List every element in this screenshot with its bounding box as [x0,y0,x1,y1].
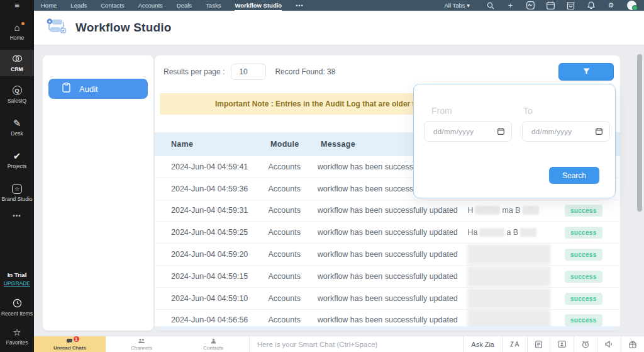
done-by-redacted [467,266,565,287]
tab-workflow-studio[interactable]: Workflow Studio [235,1,282,11]
search-button[interactable]: Search [549,167,599,184]
quick-create-plus-icon[interactable]: + [506,1,514,9]
table-row[interactable]: 2024-Jun-04 04:59:25 Accounts workflow h… [155,222,620,244]
settings-gear-icon[interactable]: ⚙ [607,1,615,9]
top-navigation-bar: Home Leads Contacts Accounts Deals Tasks… [34,0,644,11]
chat-bubble-icon: 1 [67,338,74,345]
table-row[interactable]: 2024-Jun-04 04:59:15 Accounts workflow h… [155,266,620,288]
ask-zia-button[interactable]: Ask Zia [463,336,502,352]
calendar-picker-icon[interactable] [497,126,504,137]
done-by-redacted [467,244,565,264]
workflow-studio-icon [45,17,67,38]
tab-home[interactable]: Home [41,1,57,10]
status-badge: success [565,314,602,326]
date-filter-popup: From To dd/mm/yyyy dd/mm/yyyy Search [413,84,616,198]
marketplace-icon[interactable] [567,1,575,9]
sidebar-more-icon[interactable]: ••• [13,206,21,225]
user-avatar[interactable] [627,1,636,10]
channels-tab[interactable]: Channels [106,336,177,352]
sidebar-item-salesiq[interactable]: Q SalesIQ [0,81,34,108]
audit-clipboard-icon [62,82,70,95]
announcement-icon[interactable] [597,336,621,352]
results-per-page-input[interactable] [231,64,266,80]
tab-deals[interactable]: Deals [177,1,192,10]
status-badge: success [565,271,602,283]
brand-studio-icon: ☆ [12,184,22,195]
tab-leads[interactable]: Leads [70,1,87,10]
gift-icon[interactable] [621,336,644,352]
desk-icon: ✎ [13,118,21,129]
upgrade-link[interactable]: UPGRADE [4,280,30,287]
filter-button[interactable] [558,63,614,81]
done-by-redacted: Haa B [467,228,565,237]
to-date-input[interactable]: dd/mm/yyyy [522,121,610,142]
home-notification-dot [21,22,25,25]
crm-icon [12,54,23,65]
smart-chat-bar: 1 Unread Chats Channels Contacts Here is… [34,336,644,352]
done-by-redacted: Hma B [467,206,565,215]
notifications-bell-icon[interactable] [587,1,595,9]
calendar-picker-icon[interactable] [596,126,602,137]
all-tabs-dropdown[interactable]: All Tabs ▾ [444,2,470,9]
app-window: ≡ ⌂ Home CRM Q SalesIQ ✎ Desk ✔ Projects… [0,0,644,352]
done-by-redacted [467,288,565,309]
left-app-rail: ≡ ⌂ Home CRM Q SalesIQ ✎ Desk ✔ Projects… [0,0,34,352]
sidebar-item-brand-studio[interactable]: ☆ Brand Studio [0,179,34,206]
tab-contacts[interactable]: Contacts [101,1,125,10]
sidebar-item-home[interactable]: ⌂ Home [0,18,34,45]
sidebar-item-crm[interactable]: CRM [0,50,34,76]
zia-icon[interactable] [502,336,527,352]
scrollbar-thumb[interactable] [637,54,642,212]
record-found-label: Record Found: 38 [275,67,335,76]
column-header-module: Module [270,140,321,149]
unread-chats-tab[interactable]: 1 Unread Chats [34,336,106,352]
status-badge: success [565,293,602,305]
audit-nav-button[interactable]: Audit [48,79,148,99]
status-badge: success [565,205,602,217]
table-row[interactable]: 2024-Jun-04 04:59:31 Accounts workflow h… [155,200,620,222]
channels-people-icon [138,338,145,345]
filter-funnel-icon [583,67,590,77]
audit-button-label: Audit [79,84,98,94]
projects-icon: ✔ [13,151,21,162]
to-label: To [523,106,533,116]
favorites-icon: ☆ [13,327,21,338]
table-row[interactable]: 2024-Jun-04 04:59:20 Accounts workflow h… [155,244,620,266]
status-badge: success [565,227,602,239]
from-label: From [431,106,452,116]
contact-person-icon [211,338,216,345]
column-header-name: Name [171,140,270,149]
status-badge: success [565,249,602,261]
page-header: Workflow Studio [34,11,644,45]
audit-side-panel: Audit [43,55,153,331]
contacts-tab[interactable]: Contacts [177,336,249,352]
salesiq-icon: Q [13,86,22,96]
page-title: Workflow Studio [75,21,172,35]
sidebar-item-recent-items[interactable]: Recent Items [0,294,34,321]
smart-chat-input[interactable]: Here is your Smart Chat (Ctrl+Space) [249,336,463,352]
tabs-more-icon[interactable]: ••• [296,3,303,9]
collapse-sidebar-icon[interactable]: ≡ [0,0,34,11]
reminder-clock-icon[interactable] [574,336,597,352]
sidebar-item-desk[interactable]: ✎ Desk [0,114,34,140]
activity-pulse-icon[interactable] [526,1,535,9]
important-note-text: Important Note : Entries in the Audit Lo… [215,99,419,108]
results-per-page-label: Results per page : [164,67,225,76]
sidebar-item-projects[interactable]: ✔ Projects [0,147,34,173]
vertical-scrollbar[interactable] [636,45,643,336]
from-date-input[interactable]: dd/mm/yyyy [424,121,512,142]
calendar-icon[interactable] [547,1,555,9]
tab-accounts[interactable]: Accounts [138,1,163,10]
tab-tasks[interactable]: Tasks [206,1,221,10]
sidebar-item-favorites[interactable]: ☆ Favorites [0,323,34,349]
contact-card-icon[interactable] [550,336,574,352]
recent-items-icon [13,298,22,309]
trial-status: In Trial UPGRADE [4,268,30,290]
search-icon[interactable] [486,1,494,9]
home-icon: ⌂ [14,23,19,33]
notes-icon[interactable] [527,336,550,352]
unread-count-badge: 1 [74,336,79,342]
table-row[interactable]: 2024-Jun-04 04:59:10 Accounts workflow h… [155,288,620,310]
table-footer-strip [155,326,620,331]
